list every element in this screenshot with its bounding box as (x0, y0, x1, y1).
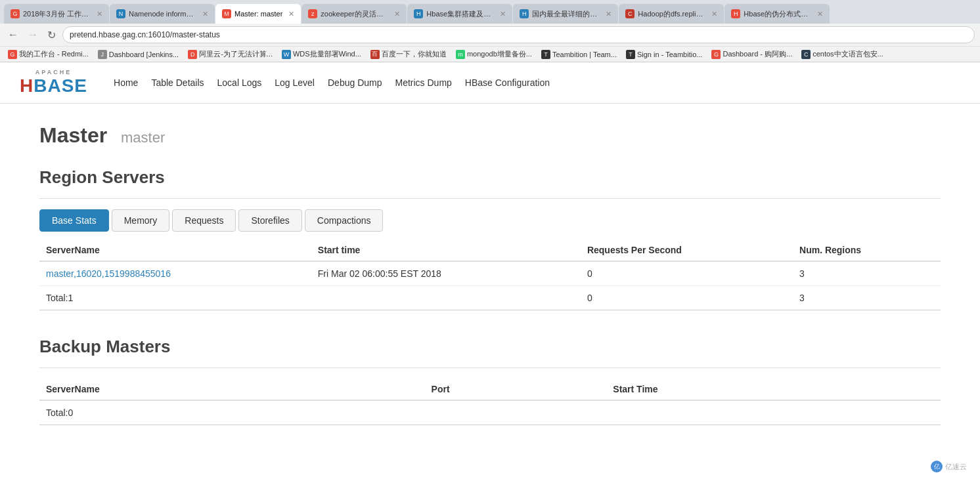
backup-masters-table-head: ServerNamePortStart Time (39, 379, 941, 400)
bookmark-favicon: D (188, 50, 197, 59)
region-servers-table: ServerNameStart timeRequests Per SecondN… (39, 240, 941, 310)
bookmark-favicon: J (98, 50, 107, 59)
bookmark-label: 阿里云-为了无法计算... (199, 49, 273, 59)
tab-label: Master: master (234, 10, 282, 18)
bookmark-favicon: C (801, 50, 811, 59)
bookmark-item[interactable]: 百 百度一下，你就知道 (368, 48, 449, 60)
nav-link-debug-dump[interactable]: Debug Dump (328, 77, 382, 88)
browser-tab-tab2[interactable]: N Namenode informatio... ✕ (110, 4, 215, 24)
tab-favicon: N (116, 9, 125, 18)
region-tab-base-stats[interactable]: Base Stats (39, 209, 109, 232)
back-button[interactable]: ← (5, 28, 21, 42)
tab-favicon: H (731, 9, 740, 18)
region-tab-memory[interactable]: Memory (112, 209, 170, 232)
bookmark-favicon: T (626, 50, 635, 59)
tab-favicon: C (625, 9, 635, 18)
watermark: 亿 亿速云 (931, 461, 967, 471)
bookmark-favicon: G (711, 50, 721, 59)
rs-requests-per-sec: 0 (581, 261, 793, 286)
main-content: Master master Region Servers Base StatsM… (0, 104, 980, 471)
bookmark-label: Dashboard [Jenkins... (109, 51, 179, 58)
browser-tab-tab7[interactable]: C Hadoop的dfs.replicatio... ✕ (619, 4, 724, 24)
bookmark-favicon: W (282, 50, 291, 59)
bookmark-item[interactable]: D 阿里云-为了无法计算... (185, 48, 275, 60)
region-servers-divider (39, 198, 941, 199)
rs-num-regions: 3 (793, 261, 941, 286)
tab-close-icon[interactable]: ✕ (817, 10, 823, 18)
browser-tab-tab5[interactable]: H Hbase集群搭建及所有... ✕ (407, 4, 512, 24)
tab-close-icon[interactable]: ✕ (288, 10, 294, 18)
rs-server-name[interactable]: master,16020,1519988455016 (39, 261, 311, 286)
address-bar-row: ← → ↻ (0, 24, 980, 46)
tab-close-icon[interactable]: ✕ (202, 10, 208, 18)
tab-favicon: z (308, 9, 317, 18)
top-nav: APACHE HBASE HomeTable DetailsLocal Logs… (0, 62, 980, 104)
browser-tab-tab4[interactable]: z zookeeper的灵活节点... ✕ (301, 4, 407, 24)
bookmark-item[interactable]: G Dashboard - 购阿购... (709, 48, 795, 60)
browser-tab-tab8[interactable]: H Hbase的伪分布式安... ✕ (724, 4, 830, 24)
nav-link-hbase-configuration[interactable]: HBase Configuration (465, 77, 550, 88)
backup-masters-total-start (606, 400, 941, 425)
nav-links: HomeTable DetailsLocal LogsLog LevelDebu… (114, 77, 550, 88)
browser-tab-tab1[interactable]: G 2018年3月份 工作记录 ✕ (4, 4, 109, 24)
nav-link-metrics-dump[interactable]: Metrics Dump (395, 77, 451, 88)
rs-server-link[interactable]: master,16020,1519988455016 (46, 268, 171, 279)
rs-total-label: Total:1 (39, 286, 311, 310)
region-tab-requests[interactable]: Requests (172, 209, 236, 232)
tab-close-icon[interactable]: ✕ (97, 10, 102, 18)
rs-total-requests: 0 (581, 286, 793, 310)
reload-button[interactable]: ↻ (45, 28, 58, 43)
tab-favicon: G (11, 9, 20, 18)
tab-close-icon[interactable]: ✕ (606, 10, 612, 18)
region-tab-compactions[interactable]: Compactions (305, 209, 384, 232)
logo: APACHE HBASE (20, 69, 87, 96)
nav-link-log-level[interactable]: Log Level (275, 77, 315, 88)
rs-start-time: Fri Mar 02 06:00:55 EST 2018 (311, 261, 581, 286)
nav-link-home[interactable]: Home (114, 77, 138, 88)
backup-masters-total-port (425, 400, 607, 425)
backup-masters-table: ServerNamePortStart Time Total:0 (39, 379, 941, 425)
rs-total-row: Total:1 0 3 (39, 286, 941, 310)
bookmark-label: Sign in - Teambitio... (637, 51, 702, 58)
address-input[interactable] (62, 26, 975, 43)
logo-h: H (20, 75, 33, 96)
rs-total-regions: 3 (793, 286, 941, 310)
bookmark-label: 我的工作台 - Redmi... (19, 49, 89, 59)
backup-masters-header-row: ServerNamePortStart Time (39, 379, 941, 400)
tab-favicon: H (520, 9, 529, 18)
tab-label: Hbase的伪分布式安... (744, 9, 811, 19)
tab-favicon: H (414, 9, 423, 18)
bookmark-label: mongodb增量备份... (467, 49, 532, 59)
tab-close-icon[interactable]: ✕ (500, 10, 506, 18)
watermark-icon: 亿 (931, 461, 943, 471)
page-title: Master master (39, 123, 941, 148)
bookmark-item[interactable]: C centos中文语言包安... (799, 48, 886, 60)
tab-close-icon[interactable]: ✕ (711, 10, 717, 18)
tab-label: 国内最全最详细的hado... (532, 9, 600, 19)
nav-link-table-details[interactable]: Table Details (151, 77, 204, 88)
bookmark-item[interactable]: T Teambition | Team... (539, 49, 619, 60)
bookmark-item[interactable]: T Sign in - Teambitio... (623, 49, 705, 60)
rs-col-header: Start time (311, 240, 581, 261)
bookmark-item[interactable]: G 我的工作台 - Redmi... (5, 48, 91, 60)
region-tab-storefiles[interactable]: Storefiles (238, 209, 301, 232)
backup-masters-title: Backup Masters (39, 337, 941, 357)
bookmark-favicon: 百 (370, 50, 380, 59)
nav-link-local-logs[interactable]: Local Logs (217, 77, 262, 88)
rs-total-start (311, 286, 581, 310)
bookmark-label: centos中文语言包安... (813, 49, 883, 59)
bookmark-item[interactable]: J Dashboard [Jenkins... (95, 49, 181, 60)
bookmark-item[interactable]: W WDS批量部署Wind... (279, 48, 364, 60)
browser-tab-tab3[interactable]: M Master: master ✕ (215, 4, 301, 24)
logo-hbase: HBASE (20, 75, 87, 96)
backup-masters-total-label: Total:0 (39, 400, 425, 425)
backup-masters-total-row: Total:0 (39, 400, 941, 425)
tab-bar: G 2018年3月份 工作记录 ✕ N Namenode informatio.… (0, 0, 980, 24)
forward-button[interactable]: → (25, 28, 41, 42)
tab-label: 2018年3月份 工作记录 (23, 9, 91, 19)
bookmarks-bar: G 我的工作台 - Redmi... J Dashboard [Jenkins.… (0, 46, 980, 62)
tab-favicon: M (222, 9, 231, 18)
tab-close-icon[interactable]: ✕ (394, 10, 400, 18)
bookmark-item[interactable]: m mongodb增量备份... (453, 48, 535, 60)
browser-tab-tab6[interactable]: H 国内最全最详细的hado... ✕ (513, 4, 618, 24)
